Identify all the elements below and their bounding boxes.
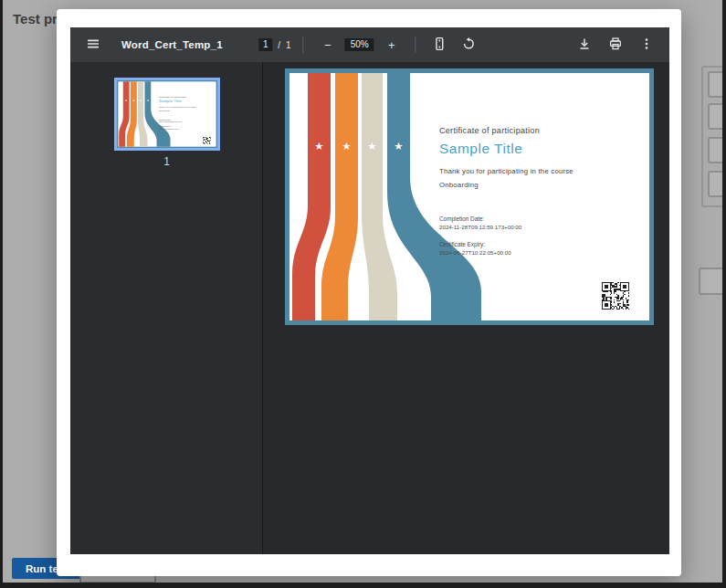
document-title: Word_Cert_Temp_1 <box>121 39 223 50</box>
menu-button[interactable] <box>81 33 105 57</box>
preview-modal: Word_Cert_Temp_1 1 / 1 − 50% + <box>57 9 681 576</box>
certificate-subtitle: Thank you for participating in the cours… <box>439 167 573 175</box>
expiry-label: Certificate Expiry: <box>439 241 485 247</box>
star-icon: ★ <box>314 140 323 152</box>
certificate-title: Sample Title <box>159 100 182 104</box>
expiry-value: 2024-06-27T10:22:05+00:00 <box>159 128 178 130</box>
rotate-button[interactable] <box>458 33 481 57</box>
certificate-subtitle: Thank you for participating in the cours… <box>159 106 195 108</box>
zoom-out-button[interactable]: − <box>316 33 340 57</box>
star-icon: ★ <box>132 99 135 102</box>
certificate-course: Onboarding <box>159 110 170 111</box>
page-separator: / <box>278 40 280 50</box>
print-icon <box>608 37 623 54</box>
more-vertical-icon <box>639 37 654 54</box>
certificate-heading: Certificate of participation <box>159 96 186 99</box>
pdf-toolbar: Word_Cert_Temp_1 1 / 1 − 50% + <box>70 27 669 62</box>
star-icon: ★ <box>394 140 403 152</box>
completion-date-label: Completion Date: <box>439 215 484 222</box>
zoom-in-button[interactable]: + <box>380 33 404 57</box>
thumbnail-image: ★ ★ ★ ★ Certificate of participation Sam… <box>117 80 217 148</box>
completion-date-value: 2024-11-28T09:12:59.173+00:00 <box>439 224 521 230</box>
certificate-artwork: ★ ★ ★ ★ <box>285 68 654 325</box>
hamburger-icon <box>86 37 100 54</box>
toolbar-divider <box>416 37 416 53</box>
expiry-value: 2024-06-27T10:22:05+00:00 <box>439 249 511 256</box>
certificate-course: Onboarding <box>439 181 479 189</box>
document-area: ★ ★ ★ ★ Certificate of participation Sam… <box>263 62 669 554</box>
qr-code <box>203 137 210 144</box>
star-icon: ★ <box>125 99 128 102</box>
window-edge <box>0 583 726 588</box>
pdf-viewer: Word_Cert_Temp_1 1 / 1 − 50% + <box>70 27 669 554</box>
page-thumbnail[interactable]: ★ ★ ★ ★ Certificate of participation Sam… <box>114 78 220 151</box>
screen: Test prev Run test Word_Cert_Temp_1 1 <box>0 0 726 588</box>
window-edge <box>0 0 3 588</box>
qr-code <box>602 282 629 310</box>
star-icon: ★ <box>140 99 142 102</box>
toolbar-divider <box>303 37 304 53</box>
zoom-level: 50% <box>345 38 374 51</box>
fit-page-button[interactable] <box>428 33 452 57</box>
thumbnail-panel: ★ ★ ★ ★ Certificate of participation Sam… <box>70 62 263 554</box>
more-options-button[interactable] <box>635 33 658 57</box>
certificate-heading: Certificate of participation <box>439 126 540 135</box>
certificate-page: ★ ★ ★ ★ Certificate of participation Sam… <box>117 80 217 148</box>
download-button[interactable] <box>573 33 596 57</box>
rotate-counterclockwise-icon <box>462 37 477 54</box>
completion-date-value: 2024-11-28T09:12:59.173+00:00 <box>159 121 182 123</box>
download-icon <box>577 37 592 54</box>
certificate-title: Sample Title <box>439 141 522 157</box>
viewer-body: ★ ★ ★ ★ Certificate of participation Sam… <box>70 62 669 554</box>
print-button[interactable] <box>604 33 627 57</box>
star-icon: ★ <box>146 99 149 102</box>
current-page-input[interactable]: 1 <box>258 38 272 51</box>
window-edge <box>722 0 726 588</box>
fit-to-page-icon <box>433 37 447 54</box>
certificate-page: ★ ★ ★ ★ Certificate of participation Sam… <box>285 68 654 325</box>
star-icon: ★ <box>342 140 351 152</box>
thumbnail-page-number: 1 <box>70 155 263 168</box>
star-icon: ★ <box>367 140 376 152</box>
total-pages: 1 <box>286 40 291 50</box>
